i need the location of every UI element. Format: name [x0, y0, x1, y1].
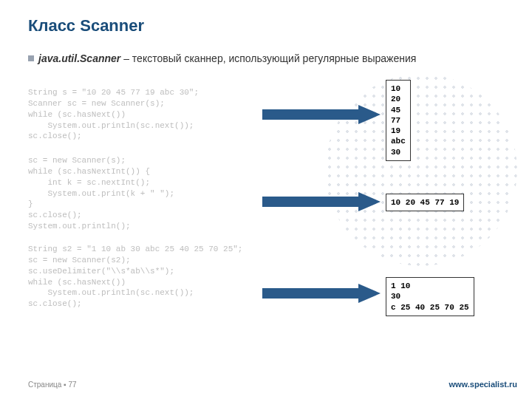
- bullet-icon: [28, 55, 34, 61]
- background-dots: [325, 74, 517, 266]
- desc-rest: – текстовый сканнер, использующий регуля…: [120, 52, 416, 64]
- slide-title: Класс Scanner: [28, 16, 144, 35]
- code-block-2: sc = new Scanner(s); while (sc.hasNextIn…: [28, 155, 174, 232]
- output-box-3: 1 10 30 c 25 40 25 70 25: [386, 277, 474, 316]
- desc-bold: java.util.Scanner: [38, 52, 120, 64]
- slide-description: java.util.Scanner – текстовый сканнер, и…: [28, 52, 517, 65]
- code-block-3: String s2 = "1 10 ab 30 abc 25 40 25 70 …: [28, 244, 242, 310]
- output-box-2: 10 20 45 77 19: [386, 194, 464, 211]
- svg-marker-3: [358, 192, 381, 211]
- arrow-2: [262, 191, 381, 213]
- svg-marker-1: [358, 105, 381, 124]
- arrow-3: [262, 282, 381, 304]
- code-block-1: String s = "10 20 45 77 19 abc 30"; Scan…: [28, 87, 199, 142]
- footer-page: Страница ▪ 77: [28, 381, 77, 389]
- arrow-1: [262, 103, 381, 126]
- footer-site: www.specialist.ru: [449, 380, 517, 389]
- svg-marker-5: [358, 284, 381, 303]
- output-box-1: 10 20 45 77 19 abc 30: [386, 80, 411, 161]
